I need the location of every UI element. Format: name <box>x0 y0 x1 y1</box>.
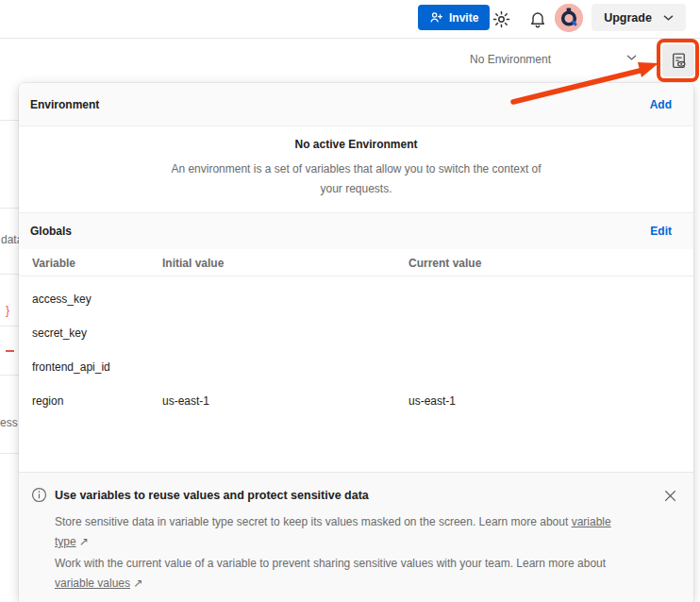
edit-globals-button[interactable]: Edit <box>650 225 672 238</box>
notifications-button[interactable] <box>525 7 550 31</box>
close-banner-button[interactable] <box>659 485 680 506</box>
header-divider <box>0 38 700 39</box>
banner-title: Use variables to reuse values and protec… <box>55 489 369 502</box>
variable-name: region <box>32 394 63 408</box>
gear-icon <box>492 9 511 29</box>
environment-quick-look-panel: Environment Add No active Environment An… <box>19 83 693 602</box>
person-plus-icon <box>429 10 443 25</box>
banner-body: Store sensitive data in variable type se… <box>55 512 619 595</box>
add-environment-button[interactable]: Add <box>650 98 672 111</box>
background-divider <box>0 274 19 275</box>
environment-quick-look-button[interactable] <box>662 44 694 76</box>
background-divider <box>0 375 19 376</box>
variables-info-banner: Use variables to reuse values and protec… <box>19 472 693 602</box>
environment-section-header: Environment Add <box>19 83 693 126</box>
table-row: region us-east-1 us-east-1 <box>19 384 693 418</box>
banner-text: Work with the current value of a variabl… <box>55 557 606 570</box>
avatar-glyph <box>555 4 583 32</box>
info-icon <box>31 487 47 503</box>
variable-values-link[interactable]: variable values <box>55 577 130 590</box>
chevron-down-icon <box>663 14 674 22</box>
external-link-icon: ↗ <box>133 577 142 590</box>
variable-name: access_key <box>32 293 92 306</box>
background-divider <box>0 326 19 326</box>
environment-selector[interactable]: No Environment <box>470 53 551 66</box>
banner-paragraph: Work with the current value of a variabl… <box>55 554 619 594</box>
background-text-fragment: ess <box>0 416 18 429</box>
close-icon <box>664 490 676 502</box>
upgrade-button[interactable]: Upgrade <box>592 4 686 31</box>
bell-icon <box>528 9 547 28</box>
invite-button-label: Invite <box>449 11 478 25</box>
background-brace-fragment: } <box>6 304 9 317</box>
invite-button[interactable]: Invite <box>418 5 490 30</box>
background-divider <box>0 208 19 209</box>
external-link-icon: ↗ <box>79 535 89 548</box>
settings-button[interactable] <box>489 7 513 31</box>
variable-initial-value: us-east-1 <box>162 394 209 408</box>
environment-empty-state: No active Environment An environment is … <box>19 126 693 212</box>
background-divider <box>0 120 19 121</box>
globals-section-header: Globals Edit <box>19 212 693 249</box>
background-red-dash <box>6 350 14 352</box>
variable-name: secret_key <box>32 326 87 340</box>
environment-section-title: Environment <box>30 98 99 111</box>
banner-text: Store sensitive data in variable type se… <box>55 515 572 528</box>
environment-quick-look-icon <box>669 51 689 71</box>
globals-section-title: Globals <box>30 225 72 238</box>
banner-paragraph: Store sensitive data in variable type se… <box>55 512 619 552</box>
app-window: data } ess Invite <box>0 0 700 602</box>
column-header-initial-value: Initial value <box>162 257 224 270</box>
table-row: frontend_api_id <box>19 350 693 384</box>
empty-state-description: An environment is a set of variables tha… <box>163 159 550 199</box>
background-divider <box>0 453 19 454</box>
column-header-variable: Variable <box>32 257 75 270</box>
user-avatar[interactable] <box>555 4 583 32</box>
top-header-bar: Invite <box>0 0 700 38</box>
variable-current-value: us-east-1 <box>408 394 456 408</box>
chevron-down-icon[interactable] <box>626 54 637 61</box>
table-row: access_key <box>19 282 693 316</box>
variable-name: frontend_api_id <box>32 360 110 374</box>
table-row: secret_key <box>19 316 693 350</box>
upgrade-button-label: Upgrade <box>604 11 652 25</box>
globals-table-header: Variable Initial value Current value <box>19 249 693 276</box>
column-header-current-value: Current value <box>408 257 481 270</box>
empty-state-title: No active Environment <box>19 138 693 151</box>
